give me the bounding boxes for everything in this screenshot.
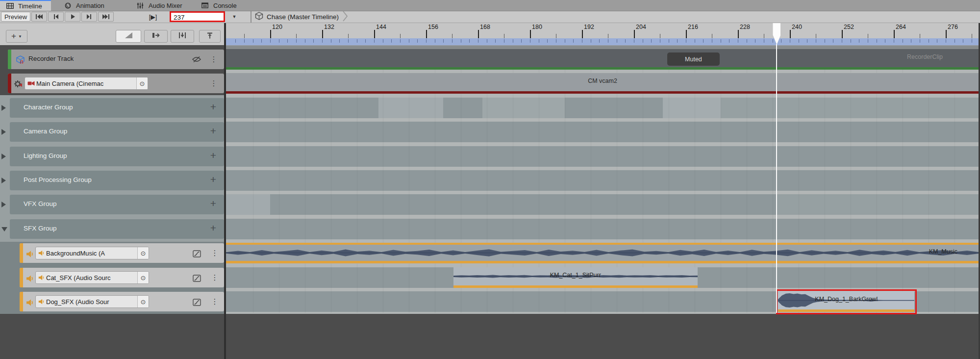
add-track-button[interactable]: + ▼	[6, 30, 27, 43]
clip-cm-vcam2[interactable]: CM vcam2	[226, 73, 979, 94]
track-header-recorder-track[interactable]: {}Recorder Track⋮	[8, 50, 224, 69]
panel-divider[interactable]	[224, 23, 226, 359]
add-to-group-button[interactable]: +	[208, 222, 218, 234]
collapse-arrow-icon[interactable]	[1, 178, 6, 183]
track-lane[interactable]	[226, 122, 980, 142]
object-field-main-camera-cinemac[interactable]: Main Camera (Cinemac⊙	[25, 77, 148, 90]
object-field-cat-sfx-audio-sourc[interactable]: Cat_SFX (Audio Sourc⊙	[35, 271, 149, 284]
lane-highlight-segment	[378, 98, 443, 118]
ruler-mid-tick	[816, 34, 816, 38]
frame-options-dropdown[interactable]: ▼	[228, 12, 240, 22]
track-header-character-group[interactable]: Character Group+	[10, 98, 224, 118]
go-to-end-button[interactable]	[98, 12, 114, 22]
ruler-minor-tick	[443, 39, 444, 43]
track-header-sfx-group[interactable]: SFX Group+	[10, 219, 224, 239]
tab-timeline[interactable]: Timeline	[0, 0, 51, 11]
object-picker-icon[interactable]: ⊙	[137, 296, 149, 308]
ruler-minor-tick	[452, 39, 452, 43]
ruler-major-tick	[270, 30, 271, 38]
track-curves-icon[interactable]	[191, 297, 202, 307]
add-to-group-button[interactable]: +	[208, 150, 218, 161]
expand-arrow-icon[interactable]	[1, 227, 7, 231]
marker-toggle-button[interactable]	[199, 30, 221, 43]
collapse-arrow-icon[interactable]	[1, 202, 6, 207]
track-header-post-processing-group[interactable]: Post Processing Group+	[10, 171, 224, 190]
collapse-arrow-icon[interactable]	[1, 129, 6, 135]
ruler-mid-tick	[400, 34, 401, 38]
tab-audio-mixer[interactable]: Audio Mixer	[130, 0, 199, 11]
object-picker-icon[interactable]: ⊙	[137, 272, 149, 283]
ruler-major-tick	[946, 30, 947, 38]
camera-icon	[27, 80, 35, 86]
track-header-vfx-group[interactable]: VFX Group+	[10, 195, 224, 214]
add-to-group-button[interactable]: +	[208, 125, 218, 137]
track-curves-icon[interactable]	[191, 273, 202, 283]
object-field-backgroundmusic-a[interactable]: BackgroundMusic (A⊙	[35, 247, 149, 259]
track-lane[interactable]	[226, 194, 980, 215]
unity-timeline-window: Timeline Animation Audio Mixer Console P…	[0, 0, 980, 359]
add-to-group-button[interactable]: +	[208, 101, 218, 113]
current-frame-input[interactable]	[171, 14, 226, 22]
add-to-group-button[interactable]: +	[208, 198, 218, 209]
clip-km-music[interactable]: KM_Music	[226, 243, 979, 263]
track-header-camera-group[interactable]: Camera Group+	[10, 122, 224, 142]
ruler-minor-tick	[885, 39, 885, 43]
object-field-text: Dog_SFX (Audio Sour	[46, 298, 137, 306]
track-header-lighting-group[interactable]: Lighting Group+	[10, 147, 224, 166]
clip-km-cat-1-sitpurr[interactable]: KM_Cat_1_SitPurr	[453, 267, 698, 288]
ripple-mode-button[interactable]	[144, 30, 168, 43]
track-header-cat-sfx-audio-sourc[interactable]: Cat_SFX (Audio Sourc⊙⋮	[20, 268, 224, 287]
ruler-mid-tick	[972, 34, 972, 38]
track-color-stripe	[20, 243, 23, 263]
tab-animation[interactable]: Animation	[58, 0, 121, 11]
kebab-menu-icon[interactable]: ⋮	[210, 77, 218, 89]
object-field-text: Main Camera (Cinemac	[36, 80, 136, 87]
track-header-main-camera-cinemac[interactable]: Main Camera (Cinemac⊙⋮	[8, 74, 224, 93]
go-to-start-button[interactable]	[31, 12, 47, 22]
track-label: Recorder Track	[28, 55, 74, 62]
track-lane[interactable]	[226, 98, 980, 118]
clip-recorderclip[interactable]: MutedRecorderClip	[226, 49, 979, 70]
add-to-group-button[interactable]: +	[208, 174, 218, 185]
ruler-minor-tick	[764, 39, 764, 43]
previous-frame-button[interactable]	[48, 12, 64, 22]
breadcrumb-label: Chase (Master Timeline)	[267, 13, 339, 21]
preview-button[interactable]: Preview	[1, 12, 30, 22]
kebab-menu-icon[interactable]: ⋮	[211, 247, 219, 259]
play-range-button[interactable]: [▶]	[145, 12, 161, 22]
ruler-major-tick	[322, 30, 323, 38]
track-lane[interactable]	[226, 170, 980, 191]
kebab-menu-icon[interactable]: ⋮	[211, 296, 219, 308]
next-frame-button[interactable]	[81, 12, 97, 22]
ruler-minor-tick	[686, 39, 686, 43]
track-lane[interactable]	[226, 146, 980, 167]
track-label: VFX Group	[24, 200, 57, 207]
ruler-minor-tick	[582, 39, 582, 43]
ruler-minor-tick	[391, 39, 392, 43]
kebab-menu-icon[interactable]: ⋮	[211, 272, 219, 283]
ruler-minor-tick	[816, 39, 816, 43]
replace-mode-button[interactable]	[171, 30, 194, 43]
ruler-minor-tick	[790, 39, 790, 43]
track-lane[interactable]	[226, 219, 980, 239]
collapse-arrow-icon[interactable]	[1, 154, 6, 159]
play-button[interactable]	[65, 12, 80, 22]
ruler-frame-label: 180	[532, 24, 542, 30]
ruler-minor-tick	[348, 39, 349, 43]
object-picker-icon[interactable]: ⊙	[137, 247, 149, 259]
breadcrumb[interactable]: Chase (Master Timeline)	[255, 11, 348, 23]
track-header-backgroundmusic-a[interactable]: BackgroundMusic (A⊙⋮	[20, 243, 224, 263]
track-header-dog-sfx-audio-sour[interactable]: Dog_SFX (Audio Sour⊙⋮	[20, 292, 224, 311]
mix-mode-button[interactable]	[116, 30, 141, 43]
object-picker-icon[interactable]: ⊙	[136, 77, 148, 89]
ruler-minor-tick	[400, 39, 401, 43]
tab-console[interactable]: Console	[195, 0, 249, 11]
ruler-minor-tick	[911, 39, 911, 43]
ruler-mid-tick	[660, 34, 660, 38]
mute-eye-icon[interactable]	[191, 54, 202, 64]
ruler-minor-tick	[807, 39, 807, 43]
kebab-menu-icon[interactable]: ⋮	[210, 53, 218, 65]
object-field-dog-sfx-audio-sour[interactable]: Dog_SFX (Audio Sour⊙	[35, 295, 149, 308]
track-curves-icon[interactable]	[191, 249, 202, 258]
collapse-arrow-icon[interactable]	[1, 105, 6, 111]
